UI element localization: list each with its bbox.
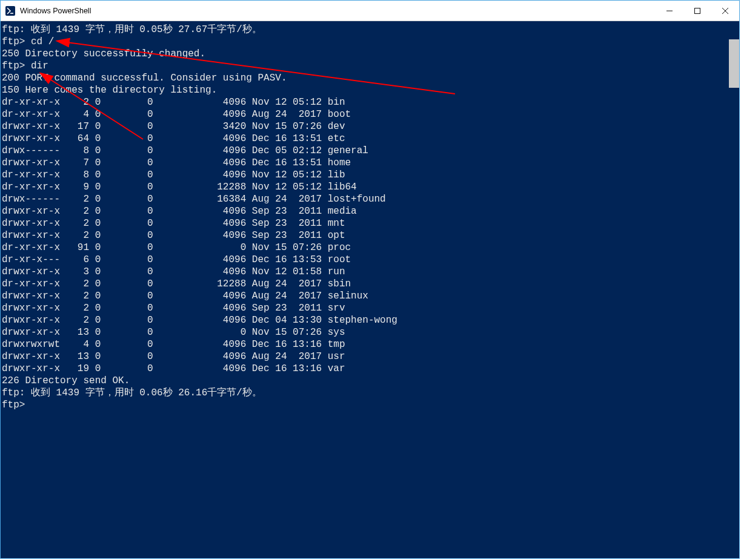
console-line: drwxr-xr-x 7 0 0 4096 Dec 16 13:51 home: [2, 157, 728, 169]
console-line: drwxr-xr-x 13 0 0 4096 Aug 24 2017 usr: [2, 351, 728, 363]
titlebar[interactable]: Windows PowerShell: [1, 1, 739, 21]
console-line: drwxr-xr-x 2 0 0 4096 Sep 23 2011 mnt: [2, 217, 728, 229]
console-line: ftp> cd /: [2, 36, 728, 48]
console-line: ftp>: [2, 399, 728, 411]
console-line: 200 PORT command successful. Consider us…: [2, 72, 728, 84]
console-line: drwxr-xr-x 2 0 0 4096 Sep 23 2011 srv: [2, 302, 728, 314]
console-line: drwxr-xr-x 2 0 0 4096 Sep 23 2011 media: [2, 205, 728, 217]
console-line: drwx------ 8 0 0 4096 Dec 05 02:12 gener…: [2, 145, 728, 157]
maximize-icon: [694, 8, 700, 14]
console-output: ftp: 收到 1439 字节，用时 0.05秒 27.67千字节/秒。ftp>…: [1, 21, 729, 558]
console-line: dr-xr-xr-x 91 0 0 0 Nov 15 07:26 proc: [2, 242, 728, 254]
console-line: ftp: 收到 1439 字节，用时 0.05秒 27.67千字节/秒。: [2, 24, 728, 36]
console-line: dr-xr-xr-x 2 0 0 12288 Aug 24 2017 sbin: [2, 278, 728, 290]
powershell-icon: [5, 6, 15, 16]
console-line: drwx------ 2 0 0 16384 Aug 24 2017 lost+…: [2, 193, 728, 205]
console-line: drwxr-xr-x 13 0 0 0 Nov 15 07:26 sys: [2, 326, 728, 338]
console-line: dr-xr-xr-x 8 0 0 4096 Nov 12 05:12 lib: [2, 169, 728, 181]
console-line: ftp> dir: [2, 60, 728, 72]
minimize-icon: [666, 8, 673, 14]
console-line: dr-xr-xr-x 9 0 0 12288 Nov 12 05:12 lib6…: [2, 181, 728, 193]
close-button[interactable]: [711, 1, 739, 21]
console-line: drwxr-xr-x 19 0 0 4096 Dec 16 13:16 var: [2, 363, 728, 375]
console-area[interactable]: ftp: 收到 1439 字节，用时 0.05秒 27.67千字节/秒。ftp>…: [1, 21, 739, 558]
maximize-button[interactable]: [683, 1, 711, 21]
console-line: 150 Here comes the directory listing.: [2, 84, 728, 96]
console-line: drwxr-xr-x 2 0 0 4096 Aug 24 2017 selinu…: [2, 290, 728, 302]
console-line: drwxr-xr-x 17 0 0 3420 Nov 15 07:26 dev: [2, 120, 728, 133]
window-controls: [656, 1, 739, 21]
console-line: drwxr-xr-x 3 0 0 4096 Nov 12 01:58 run: [2, 266, 728, 278]
console-line: 226 Directory send OK.: [2, 375, 728, 387]
window-title: Windows PowerShell: [20, 7, 656, 15]
console-line: drwxr-xr-x 64 0 0 4096 Dec 16 13:51 etc: [2, 133, 728, 145]
console-line: 250 Directory successfully changed.: [2, 48, 728, 60]
console-line: dr-xr-xr-x 4 0 0 4096 Aug 24 2017 boot: [2, 108, 728, 120]
console-line: drwxr-xr-x 2 0 0 4096 Sep 23 2011 opt: [2, 229, 728, 242]
console-line: drwxrwxrwt 4 0 0 4096 Dec 16 13:16 tmp: [2, 338, 728, 351]
close-icon: [722, 8, 728, 14]
svg-rect-2: [695, 8, 700, 13]
console-line: drwxr-xr-x 2 0 0 4096 Dec 04 13:30 steph…: [2, 314, 728, 326]
console-line: dr-xr-x--- 6 0 0 4096 Dec 16 13:53 root: [2, 254, 728, 266]
minimize-button[interactable]: [656, 1, 683, 21]
scrollbar-thumb[interactable]: [729, 39, 739, 88]
powershell-window: Windows PowerShell ftp: 收到 1439 字节，用时 0.…: [0, 0, 740, 559]
vertical-scrollbar[interactable]: [729, 21, 739, 558]
console-line: ftp: 收到 1439 字节，用时 0.06秒 26.16千字节/秒。: [2, 387, 728, 399]
console-line: dr-xr-xr-x 2 0 0 4096 Nov 12 05:12 bin: [2, 96, 728, 108]
